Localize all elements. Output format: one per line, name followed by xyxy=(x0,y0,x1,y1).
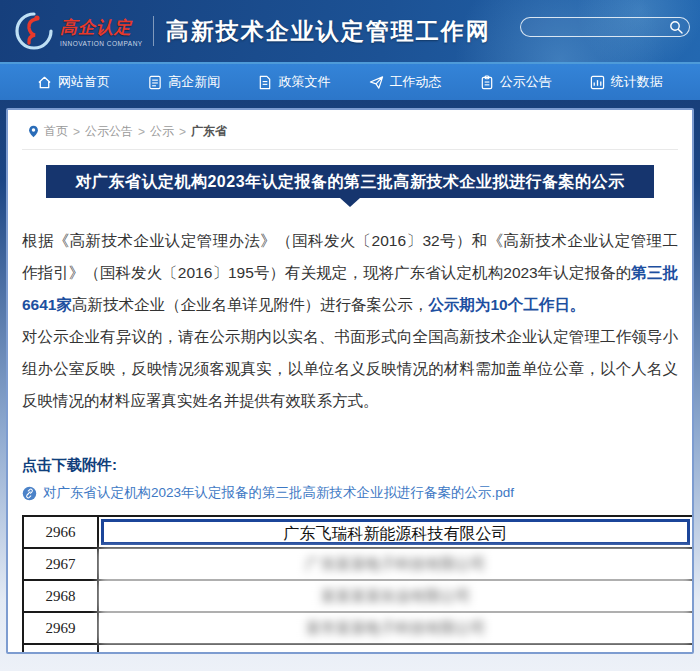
p1-text: 根据《高新技术企业认定管理办法》（国科发火〔2016〕32号）和《高新技术企业认… xyxy=(22,232,678,281)
chart-icon xyxy=(590,75,605,90)
logo-text: 高企认定 xyxy=(60,16,143,39)
company-cell-blurred: 广东某某电子科技有限公司 xyxy=(98,548,693,580)
nav-label: 统计数据 xyxy=(611,73,663,91)
clipboard-icon xyxy=(480,75,494,90)
logo-divider xyxy=(153,16,154,46)
nav-label: 公示公告 xyxy=(500,73,552,91)
breadcrumb: 首页 > 公示公告 > 公示 > 广东省 xyxy=(22,110,678,150)
content-panel: 首页 > 公示公告 > 公示 > 广东省 对广东省认定机构2023年认定报备的第… xyxy=(6,108,694,654)
search-icon[interactable] xyxy=(669,20,683,34)
nav-item-updates[interactable]: 工作动态 xyxy=(361,64,450,100)
breadcrumb-announcements[interactable]: 公示公告 xyxy=(85,123,133,140)
attachment-link-icon xyxy=(22,486,37,501)
site-title: 高新技术企业认定管理工作网 xyxy=(166,16,491,47)
p1-text: 高新技术企业（企业名单详见附件）进行备案公示， xyxy=(72,296,429,313)
attachment-pdf-link[interactable]: 对广东省认定机构2023年认定报备的第三批高新技术企业拟进行备案的公示.pdf xyxy=(43,484,514,502)
site-header: 高企认定 INNOVATION COMPANY 高新技术企业认定管理工作网 xyxy=(0,0,700,62)
table-row: 2969 某市某某电子科技有限公司 xyxy=(23,612,693,644)
nav-label: 网站首页 xyxy=(58,73,110,91)
table-row: 2967 广东某某电子科技有限公司 xyxy=(23,548,693,580)
logo-subtext: INNOVATION COMPANY xyxy=(60,40,143,47)
company-cell xyxy=(98,644,693,652)
nav-item-news[interactable]: 高企新闻 xyxy=(140,64,228,100)
home-icon xyxy=(37,75,52,90)
news-icon xyxy=(148,75,162,90)
breadcrumb-publicity[interactable]: 公示 xyxy=(150,123,174,140)
table-row: 2966 广东飞瑞科新能源科技有限公司 xyxy=(23,516,693,548)
nav-item-announcements[interactable]: 公示公告 xyxy=(472,64,560,100)
policy-doc-icon xyxy=(258,75,272,90)
row-number-cell xyxy=(23,644,98,652)
breadcrumb-guangdong: 广东省 xyxy=(191,123,227,140)
logo-swoosh-icon xyxy=(14,11,54,51)
row-number-cell: 2967 xyxy=(23,548,98,580)
company-cell-blurred: 某某某某实业有限公司 xyxy=(98,580,693,612)
row-number-cell: 2966 xyxy=(23,516,98,548)
company-cell: 广东飞瑞科新能源科技有限公司 xyxy=(98,516,693,548)
breadcrumb-separator: > xyxy=(73,125,80,139)
nav-item-policy[interactable]: 政策文件 xyxy=(250,64,338,100)
nav-label: 高企新闻 xyxy=(168,73,220,91)
attachment-row: 对广东省认定机构2023年认定报备的第三批高新技术企业拟进行备案的公示.pdf xyxy=(22,484,678,502)
row-number-cell: 2969 xyxy=(23,612,98,644)
nav-item-statistics[interactable]: 统计数据 xyxy=(582,64,671,100)
table-row-partial xyxy=(23,644,693,652)
table-row: 2968 某某某某实业有限公司 xyxy=(23,580,693,612)
nav-label: 政策文件 xyxy=(278,73,330,91)
selected-company-cell[interactable]: 广东飞瑞科新能源科技有限公司 xyxy=(101,519,690,545)
breadcrumb-separator: > xyxy=(138,125,145,139)
main-nav: 网站首页 高企新闻 政策文件 工作动态 公示公告 xyxy=(0,62,700,100)
search-input[interactable] xyxy=(531,21,669,33)
paragraph-2: 对公示企业有异议的，请在公示期内以实名、书面形式向全国高新技术企业认定管理工作领… xyxy=(22,321,678,417)
breadcrumb-separator: > xyxy=(179,125,186,139)
attachment-section-label: 点击下载附件: xyxy=(22,456,678,475)
search-box[interactable] xyxy=(520,17,690,37)
site-logo[interactable]: 高企认定 INNOVATION COMPANY xyxy=(14,11,143,51)
announcement-body: 根据《高新技术企业认定管理办法》（国科发火〔2016〕32号）和《高新技术企业认… xyxy=(22,225,678,417)
breadcrumb-home[interactable]: 首页 xyxy=(44,123,68,140)
company-roster-table: 2966 广东飞瑞科新能源科技有限公司 2967 广东某某电子科技有限公司 29… xyxy=(22,515,694,652)
paragraph-1: 根据《高新技术企业认定管理办法》（国科发火〔2016〕32号）和《高新技术企业认… xyxy=(22,225,678,321)
paper-plane-icon xyxy=(369,75,384,90)
location-pin-icon xyxy=(28,125,39,138)
row-number-cell: 2968 xyxy=(23,580,98,612)
nav-label: 工作动态 xyxy=(390,73,442,91)
p1-highlight-period: 公示期为10个工作日。 xyxy=(428,296,585,313)
announcement-title-banner: 对广东省认定机构2023年认定报备的第三批高新技术企业拟进行备案的公示 xyxy=(46,165,654,198)
company-cell-blurred: 某市某某电子科技有限公司 xyxy=(98,612,693,644)
nav-item-home[interactable]: 网站首页 xyxy=(29,64,118,100)
